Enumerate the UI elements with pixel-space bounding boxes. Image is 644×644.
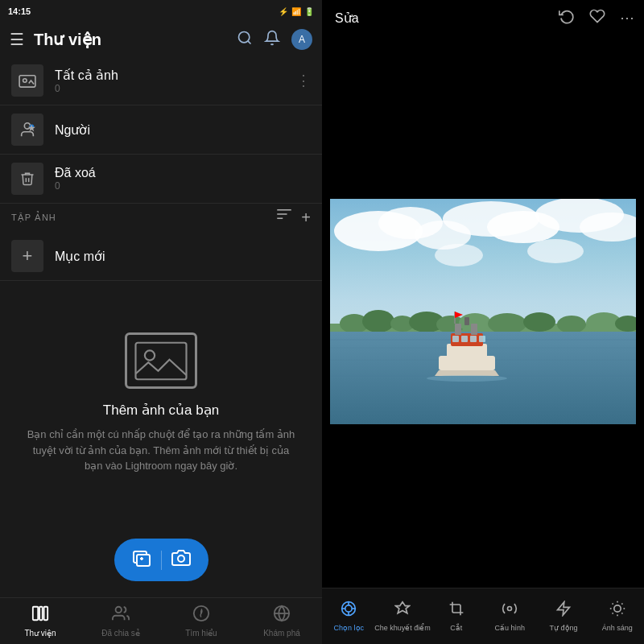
svg-rect-15 — [39, 607, 43, 621]
svg-point-65 — [345, 605, 352, 612]
add-album-icon[interactable]: + — [301, 208, 311, 227]
crop-tool-icon — [448, 601, 464, 621]
svg-rect-1 — [19, 76, 35, 87]
edit-tool-settings[interactable]: Cấu hình — [483, 588, 537, 644]
add-icon: + — [11, 240, 43, 272]
svg-rect-54 — [455, 324, 461, 335]
camera-icon — [171, 548, 191, 572]
filter-tool-icon — [341, 601, 357, 621]
favorite-icon[interactable] — [589, 8, 605, 28]
edit-tool-auto[interactable]: Tự động — [537, 588, 591, 644]
bottom-nav-library[interactable]: Thư viện — [0, 598, 80, 644]
shared-nav-icon — [112, 605, 130, 626]
right-panel: Sửa ⋯ — [322, 0, 644, 644]
svg-rect-55 — [471, 324, 477, 335]
deleted-count: 0 — [55, 180, 311, 192]
svg-marker-71 — [558, 602, 570, 616]
fab-area — [0, 526, 322, 597]
library-title: Thư viện — [34, 30, 227, 49]
svg-point-70 — [508, 607, 512, 611]
albums-section-header: TẬP ẢNH + — [0, 204, 322, 232]
svg-point-63 — [427, 375, 507, 382]
new-item-label: Mục mới — [55, 249, 105, 264]
settings-tool-label: Cấu hình — [495, 624, 526, 632]
svg-rect-16 — [44, 607, 48, 621]
edit-tool-crop[interactable]: Cắt — [429, 588, 483, 644]
river-photo — [330, 199, 636, 424]
empty-photo-icon — [125, 332, 197, 389]
svg-point-42 — [557, 316, 586, 333]
edit-tool-heal[interactable]: Che khuyết điểm — [376, 588, 430, 644]
auto-tool-label: Tự động — [550, 624, 578, 632]
app-header: ☰ Thư viện A — [0, 23, 322, 56]
bottom-nav-discover[interactable]: Khám phá — [242, 598, 322, 644]
add-from-library-icon — [132, 548, 151, 572]
rotate-icon[interactable] — [559, 8, 575, 28]
notification-icon[interactable] — [264, 30, 280, 50]
nav-item-all-photos[interactable]: Tất cả ảnh 0 ⋮ — [0, 56, 322, 105]
status-bar: 14:15 ⚡ 📶 🔋 — [0, 0, 322, 23]
svg-rect-59 — [479, 336, 485, 342]
bottom-nav: Thư viện Đã chia sẻ Tìm hiể — [0, 597, 322, 644]
nav-item-people[interactable]: ★ Người — [0, 105, 322, 155]
svg-point-41 — [523, 312, 555, 332]
empty-desc: Bạn chỉ cần một cú nhấp chuột để tạo ra … — [24, 427, 298, 474]
svg-line-76 — [621, 613, 622, 613]
svg-point-0 — [239, 31, 250, 42]
svg-point-10 — [145, 350, 155, 360]
settings-tool-icon — [502, 601, 518, 621]
light-tool-label: Ánh sáng — [602, 624, 633, 632]
photo-area — [322, 35, 644, 588]
discover-nav-label: Khám phá — [263, 629, 300, 638]
heal-tool-icon — [394, 601, 411, 621]
edit-tool-light[interactable]: Ánh sáng — [590, 588, 644, 644]
bottom-nav-learn[interactable]: Tìm hiểu — [161, 598, 242, 644]
all-photos-label: Tất cả ảnh — [55, 68, 285, 83]
learn-nav-label: Tìm hiểu — [185, 629, 217, 638]
empty-state: Thêm ảnh của bạn Bạn chỉ cần một cú nhấp… — [0, 281, 322, 526]
people-label: Người — [55, 122, 311, 138]
svg-line-80 — [621, 604, 622, 605]
avatar[interactable]: A — [291, 29, 312, 50]
edit-tool-filter[interactable]: Chọn lọc — [322, 588, 376, 644]
more-options-icon[interactable]: ⋯ — [620, 9, 634, 27]
all-photos-icon — [11, 64, 43, 97]
nav-item-deleted[interactable]: Đã xoá 0 — [0, 155, 322, 204]
photo-container — [330, 199, 636, 424]
svg-rect-57 — [461, 336, 468, 342]
svg-rect-56 — [452, 336, 459, 342]
all-photos-more-icon[interactable]: ⋮ — [296, 72, 311, 89]
status-icons: ⚡ 📶 🔋 — [279, 7, 314, 16]
svg-rect-14 — [33, 607, 38, 621]
svg-line-79 — [612, 613, 613, 613]
bottom-nav-shared[interactable]: Đã chia sẻ — [80, 598, 161, 644]
svg-marker-51 — [435, 370, 499, 376]
new-album-item[interactable]: + Mục mới — [0, 232, 322, 281]
filter-tool-label: Chọn lọc — [334, 624, 365, 632]
svg-point-2 — [23, 79, 27, 83]
heal-tool-label: Che khuyết điểm — [374, 624, 431, 632]
svg-point-13 — [178, 555, 184, 562]
svg-point-35 — [362, 310, 394, 332]
menu-icon[interactable]: ☰ — [10, 30, 24, 49]
svg-point-72 — [614, 605, 621, 612]
svg-line-75 — [612, 604, 613, 605]
add-photo-fab[interactable] — [114, 539, 208, 581]
albums-section-label: TẬP ẢNH — [11, 213, 277, 223]
section-actions: + — [277, 208, 311, 227]
library-nav-icon — [31, 605, 49, 626]
svg-rect-58 — [470, 336, 477, 342]
header-icons: A — [237, 29, 312, 50]
light-tool-icon — [609, 601, 625, 621]
svg-rect-9 — [136, 343, 187, 380]
svg-rect-60 — [464, 317, 469, 325]
learn-nav-icon — [192, 605, 210, 626]
people-icon: ★ — [11, 114, 43, 146]
edit-header: Sửa ⋯ — [322, 0, 644, 35]
auto-tool-icon — [555, 601, 572, 621]
trash-icon — [11, 163, 43, 195]
search-icon[interactable] — [237, 30, 253, 50]
left-panel: 14:15 ⚡ 📶 🔋 ☰ Thư viện A — [0, 0, 322, 644]
svg-point-32 — [527, 239, 584, 263]
sort-icon[interactable] — [277, 208, 291, 227]
